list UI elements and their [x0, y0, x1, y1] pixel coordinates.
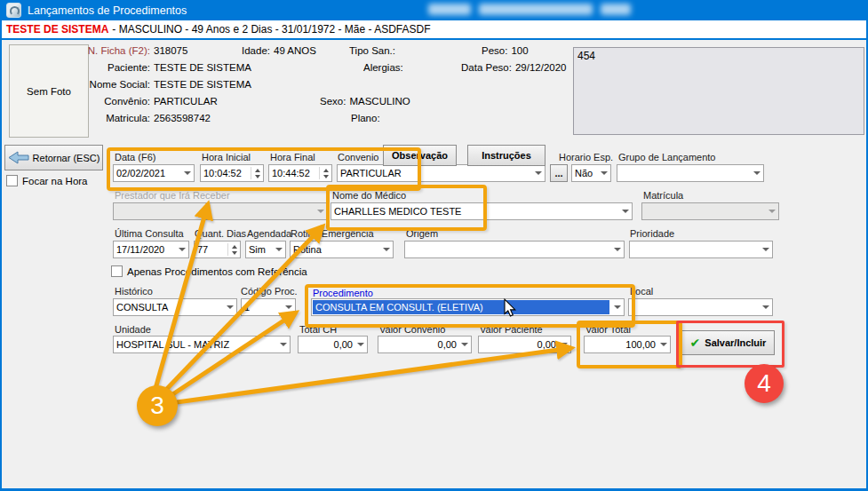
total-ch-value: 0,00 [301, 339, 354, 350]
observacao-button[interactable]: Observação [383, 145, 457, 166]
prioridade-combobox[interactable] [629, 241, 773, 258]
historico-combobox[interactable]: CONSULTA [113, 298, 237, 316]
chevron-down-icon[interactable] [762, 305, 769, 309]
chevron-down-icon[interactable] [280, 343, 287, 346]
data-f6-combobox[interactable]: 02/02/2021 [113, 164, 195, 182]
convenio-combobox[interactable]: PARTICULAR [337, 164, 545, 182]
quant-dias-spinner[interactable]: 77 [194, 241, 241, 258]
chevron-down-icon[interactable] [227, 305, 234, 309]
ultima-consulta-value: 17/11/2020 [116, 244, 176, 255]
valor-paciente-field[interactable]: 0,00 [478, 336, 571, 353]
ultima-consulta-combobox[interactable]: 17/11/2020 [113, 241, 189, 258]
nome-medico-label: Nome do Médico [332, 190, 406, 201]
apenas-referencia-checkbox[interactable]: Apenas Procedimentos com Referência [111, 265, 307, 277]
rotina-emergencia-label: Rotina Emergência [291, 228, 374, 239]
chevron-down-icon[interactable] [383, 248, 390, 251]
focar-na-hora-checkbox[interactable]: Focar na Hora [6, 175, 88, 186]
check-icon: ✔ [690, 336, 701, 350]
chevron-down-icon[interactable] [275, 248, 283, 251]
back-arrow-icon [8, 151, 29, 164]
historico-label: Histórico [115, 286, 153, 297]
hora-final-spinner[interactable]: 10:44:52 [268, 164, 332, 182]
data-f6-value: 02/02/2021 [116, 168, 181, 178]
matricula-label: Matrícula [643, 190, 683, 201]
chevron-down-icon[interactable] [614, 305, 621, 309]
spinner-arrows-icon[interactable] [227, 243, 237, 256]
retornar-button[interactable]: Retornar (ESC) [4, 145, 103, 170]
checkbox-icon[interactable] [6, 175, 18, 186]
nome-medico-combobox[interactable]: CHARLLES MEDICO TESTE [330, 202, 633, 220]
spinner-arrows-icon[interactable] [251, 167, 260, 179]
memo-text: 454 [577, 50, 595, 62]
chevron-down-icon[interactable] [461, 343, 468, 346]
valor-paciente-value: 0,00 [482, 339, 558, 350]
valor-convenio-value: 0,00 [381, 339, 458, 350]
valor-convenio-label: Valor Convênio [379, 324, 445, 335]
hora-inicial-spinner[interactable]: 10:04:52 [200, 164, 264, 182]
hora-inicial-label: Hora Inicial [202, 152, 251, 162]
grupo-lancamento-combobox[interactable] [617, 164, 764, 182]
origem-combobox[interactable] [404, 241, 625, 258]
chevron-down-icon[interactable] [614, 248, 621, 251]
checkbox-icon[interactable] [111, 265, 123, 277]
patient-name: TESTE DE SISTEMA [6, 23, 108, 36]
hora-inicial-value: 10:04:52 [203, 168, 248, 178]
chevron-down-icon[interactable] [179, 248, 186, 251]
local-combobox[interactable] [628, 298, 773, 316]
step-3-badge: 3 [137, 385, 178, 426]
total-ch-field[interactable]: 0,00 [298, 336, 368, 353]
quant-dias-value: 77 [197, 244, 225, 255]
chevron-down-icon[interactable] [357, 343, 364, 346]
idade-label: Idade: [242, 45, 270, 56]
patient-notes-memo[interactable]: 454 [573, 47, 864, 135]
ultima-consulta-label: Última Consulta [115, 228, 184, 239]
patient-header-bar: TESTE DE SISTEMA - MASCULINO - 49 Anos e… [2, 20, 866, 40]
chevron-down-icon[interactable] [601, 171, 608, 175]
total-ch-label: Total CH [299, 324, 337, 335]
idade-row: Idade: 49 ANOS [242, 45, 316, 56]
origem-label: Origem [406, 228, 438, 239]
unidade-label: Unidade [115, 324, 151, 335]
chevron-down-icon[interactable] [753, 171, 760, 175]
data-peso-value: 29/12/2020 [515, 62, 567, 73]
window-title: Lançamentos de Procedimentos [28, 4, 187, 17]
data-peso-row: Data Peso: 29/12/2020 [461, 62, 566, 73]
chevron-down-icon[interactable] [184, 171, 191, 175]
chevron-down-icon[interactable] [762, 248, 769, 251]
procedimento-label: Procedimento [313, 288, 373, 298]
unidade-value: HOSPITAL SUL - MATRIZ [116, 339, 277, 350]
prestador-combobox[interactable] [113, 202, 328, 220]
salvar-incluir-button[interactable]: ✔ Salvar/Incluir [681, 330, 775, 355]
salvar-incluir-label: Salvar/Incluir [705, 337, 766, 348]
chevron-down-icon[interactable] [622, 210, 629, 213]
plano-row: Plano: [351, 113, 380, 123]
codigo-proc-combobox[interactable]: 1 [241, 298, 296, 316]
valor-total-field[interactable]: 100,00 [584, 336, 671, 353]
chevron-down-icon[interactable] [561, 343, 568, 346]
valor-total-value: 100,00 [587, 339, 657, 350]
hora-final-value: 10:44:52 [272, 168, 316, 178]
rotina-emergencia-combobox[interactable]: Rotina [290, 241, 394, 258]
quant-dias-label: Quant. Dias [195, 228, 246, 239]
chevron-down-icon[interactable] [317, 210, 324, 213]
unidade-combobox[interactable]: HOSPITAL SUL - MATRIZ [113, 336, 291, 353]
valor-total-label: Valor Total [585, 324, 631, 335]
matricula-combobox[interactable] [641, 202, 779, 220]
convenio-more-button[interactable]: ... [550, 164, 568, 182]
prestador-label: Prestador que Irá Receber [115, 190, 230, 201]
convenio-info-value: PARTICULAR [154, 96, 218, 107]
procedimento-combobox[interactable]: CONSULTA EM CONSULT. (ELETIVA) [311, 298, 625, 316]
chevron-down-icon[interactable] [535, 171, 542, 175]
valor-paciente-label: Valor Paciente [480, 324, 543, 335]
titlebar-blurred-text [428, 4, 631, 15]
horario-esp-combobox[interactable]: Não [571, 164, 611, 182]
arrow-to-procedimento [169, 313, 296, 397]
spinner-arrows-icon[interactable] [319, 167, 329, 179]
matricula-info-label: Matricula: [51, 113, 150, 123]
agendada-combobox[interactable]: Sim [245, 241, 286, 258]
chevron-down-icon[interactable] [285, 305, 292, 309]
valor-convenio-field[interactable]: 0,00 [378, 336, 472, 353]
chevron-down-icon[interactable] [660, 343, 667, 346]
instrucoes-button[interactable]: Instruções [467, 145, 545, 166]
chevron-down-icon[interactable] [768, 210, 776, 213]
